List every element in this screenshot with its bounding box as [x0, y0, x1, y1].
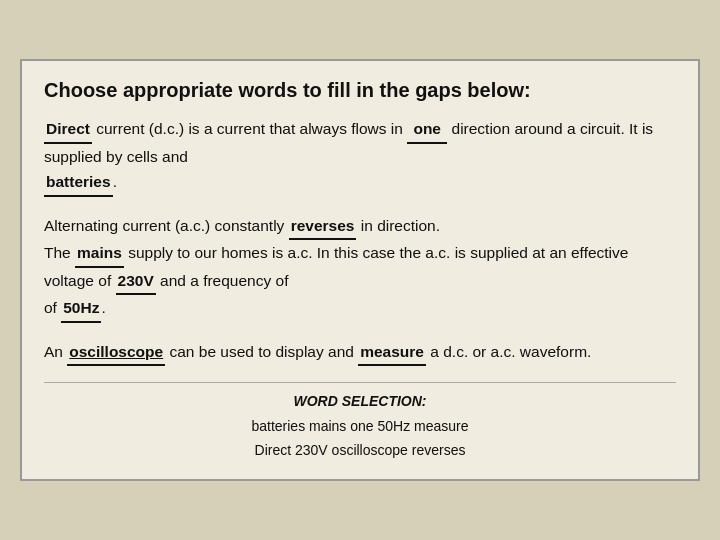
blank-oscilloscope: oscilloscope: [67, 339, 165, 367]
blank-230v: 230V: [116, 268, 156, 296]
para2-text3: The: [44, 244, 75, 261]
blank-mains: mains: [75, 240, 124, 268]
word-selection-row1: batteries mains one 50Hz measure Direct …: [44, 415, 676, 463]
para3-text3: a d.c. or a.c. waveform.: [426, 343, 591, 360]
para2-text-of: of: [44, 299, 61, 316]
main-card: Choose appropriate words to fill in the …: [20, 59, 700, 481]
paragraph-3: An oscilloscope can be used to display a…: [44, 339, 676, 367]
para2-text5: and a frequency of: [156, 272, 289, 289]
word-row-2: Direct 230V oscilloscope reverses: [255, 442, 466, 458]
para3-text1: An: [44, 343, 67, 360]
para1-text3: .: [113, 173, 117, 190]
blank-one: one: [407, 116, 447, 144]
page-title: Choose appropriate words to fill in the …: [44, 79, 676, 102]
blank-50hz: 50Hz: [61, 295, 101, 323]
blank-batteries: batteries: [44, 169, 113, 197]
word-selection-title: WORD SELECTION:: [44, 393, 676, 409]
para1-text1: current (d.c.) is a current that always …: [92, 120, 407, 137]
blank-direct: Direct: [44, 116, 92, 144]
para3-text2: can be used to display and: [165, 343, 358, 360]
blank-reverses: reverses: [289, 213, 357, 241]
para2-text1: Alternating current (a.c.) constantly: [44, 217, 289, 234]
para2-text2: in direction.: [356, 217, 440, 234]
paragraph-1: Direct current (d.c.) is a current that …: [44, 116, 676, 197]
divider: [44, 382, 676, 383]
blank-measure: measure: [358, 339, 426, 367]
paragraph-2: Alternating current (a.c.) constantly re…: [44, 213, 676, 323]
word-row-1: batteries mains one 50Hz measure: [251, 418, 468, 434]
para2-period: .: [101, 299, 105, 316]
